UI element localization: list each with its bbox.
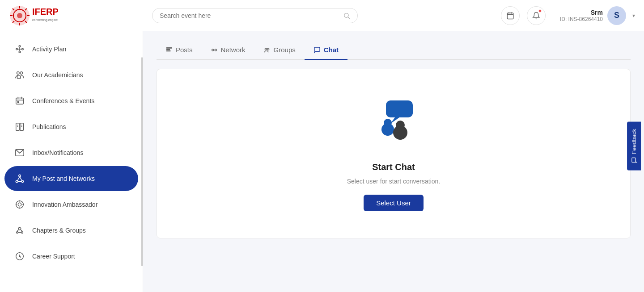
publications-icon: [13, 121, 26, 133]
main-layout: Activity Plan Our Academicians: [0, 31, 644, 292]
user-text: Srm ID: INS-86264410: [560, 9, 603, 22]
sidebar-item-publications[interactable]: Publications: [4, 114, 138, 139]
sidebar-item-career-support[interactable]: Career Support: [4, 244, 138, 269]
svg-line-14: [348, 17, 350, 19]
chat-tab-icon: [314, 46, 321, 54]
tab-groups[interactable]: Groups: [254, 40, 305, 60]
network-tab-icon: [211, 46, 218, 54]
logo-area: IFERP connecting engineers... developing…: [9, 5, 152, 26]
start-chat-illustration: [364, 96, 423, 150]
sidebar-item-inbox-notifications[interactable]: Inbox/Notifications: [4, 140, 138, 165]
chat-card: Start Chat Select user for start convers…: [157, 69, 631, 238]
svg-point-21: [22, 48, 24, 50]
svg-point-13: [344, 13, 348, 17]
svg-point-26: [20, 72, 22, 75]
sidebar-label-activity-plan: Activity Plan: [32, 46, 66, 53]
svg-point-51: [18, 228, 21, 230]
svg-point-66: [396, 121, 405, 129]
svg-point-39: [19, 175, 21, 177]
sidebar: Activity Plan Our Academicians: [0, 31, 143, 292]
innovation-icon: [13, 198, 26, 211]
svg-line-43: [20, 177, 22, 181]
header-icons: Srm ID: INS-86264410 S ▾: [501, 6, 635, 25]
calendar-button[interactable]: [501, 6, 520, 25]
sidebar-item-conferences-events[interactable]: Conferences & Events: [4, 88, 138, 113]
groups-tab-icon: [263, 46, 271, 54]
sidebar-label-conferences: Conferences & Events: [32, 97, 94, 104]
conferences-icon: [13, 95, 26, 107]
inbox-icon: [13, 146, 26, 159]
sidebar-item-my-post-networks[interactable]: My Post and Networks: [4, 166, 138, 191]
svg-point-46: [18, 203, 21, 206]
feedback-icon: [631, 157, 637, 163]
chat-empty-state: Start Chat Select user for start convers…: [347, 96, 441, 211]
sidebar-label-chapters: Chapters & Groups: [32, 227, 86, 234]
career-icon: [13, 250, 26, 263]
chevron-down-icon[interactable]: ▾: [632, 13, 635, 19]
sidebar-item-our-academicians[interactable]: Our Academicians: [4, 63, 138, 88]
svg-point-57: [212, 49, 213, 51]
tab-posts[interactable]: Posts: [157, 40, 202, 60]
header: IFERP connecting engineers... developing…: [0, 0, 644, 31]
svg-point-19: [19, 46, 21, 47]
main-content: Posts Network: [143, 31, 644, 292]
svg-point-20: [16, 48, 18, 50]
select-user-button[interactable]: Select User: [364, 195, 424, 211]
svg-text:IFERP: IFERP: [32, 7, 58, 17]
avatar[interactable]: S: [607, 6, 626, 25]
svg-rect-61: [386, 100, 413, 117]
svg-rect-32: [16, 123, 19, 131]
tab-bar: Posts Network: [157, 40, 631, 60]
activity-plan-icon: [13, 43, 26, 55]
chat-subtitle: Select user for start conversation.: [347, 178, 441, 185]
svg-point-25: [17, 72, 20, 75]
svg-point-64: [384, 119, 392, 127]
svg-point-45: [16, 201, 24, 209]
user-name: Srm: [560, 9, 603, 16]
svg-point-58: [215, 49, 216, 51]
iferp-logo: IFERP connecting engineers... developing…: [9, 5, 58, 26]
sidebar-label-my-post-networks: My Post and Networks: [32, 175, 95, 182]
chat-illustration: [364, 96, 423, 150]
search-box: [152, 8, 358, 23]
logo: IFERP connecting engineers... developing…: [9, 5, 58, 26]
sidebar-label-career: Career Support: [32, 253, 75, 260]
bell-icon: [532, 12, 540, 20]
search-input[interactable]: [160, 12, 339, 19]
search-area: [152, 8, 358, 23]
search-icon: [343, 12, 350, 19]
svg-rect-31: [17, 101, 19, 103]
svg-point-60: [267, 48, 269, 50]
svg-line-42: [17, 177, 20, 181]
tab-network-label: Network: [221, 46, 246, 54]
networks-icon: [13, 172, 26, 185]
sidebar-item-chapters-groups[interactable]: Chapters & Groups: [4, 218, 138, 243]
sidebar-item-activity-plan[interactable]: Activity Plan: [4, 37, 138, 62]
svg-point-2: [17, 13, 22, 18]
chapters-icon: [13, 224, 26, 237]
feedback-label: Feedback: [631, 129, 637, 154]
sidebar-label-academicians: Our Academicians: [32, 71, 83, 79]
svg-point-59: [265, 48, 267, 50]
academicians-icon: [13, 69, 26, 81]
sidebar-label-publications: Publications: [32, 123, 66, 130]
sidebar-label-innovation: Innovation Ambassador: [32, 201, 97, 208]
notification-dot: [538, 9, 542, 13]
svg-rect-15: [507, 13, 513, 19]
user-info: Srm ID: INS-86264410 S ▾: [560, 6, 635, 25]
sidebar-item-innovation-ambassador[interactable]: Innovation Ambassador: [4, 192, 138, 217]
feedback-button[interactable]: Feedback: [627, 121, 641, 170]
tab-groups-label: Groups: [274, 46, 296, 54]
svg-text:connecting engineers... develo: connecting engineers... developing resea…: [32, 18, 58, 22]
svg-point-40: [16, 180, 18, 183]
svg-rect-33: [20, 123, 23, 131]
chat-title: Start Chat: [372, 162, 415, 172]
tab-chat[interactable]: Chat: [305, 40, 347, 60]
posts-tab-icon: [165, 46, 173, 54]
calendar-icon: [506, 12, 514, 20]
notification-button[interactable]: [527, 6, 546, 25]
svg-point-41: [21, 180, 24, 183]
tab-network[interactable]: Network: [202, 40, 254, 60]
tab-posts-label: Posts: [176, 46, 193, 54]
sidebar-label-inbox: Inbox/Notifications: [32, 149, 83, 156]
